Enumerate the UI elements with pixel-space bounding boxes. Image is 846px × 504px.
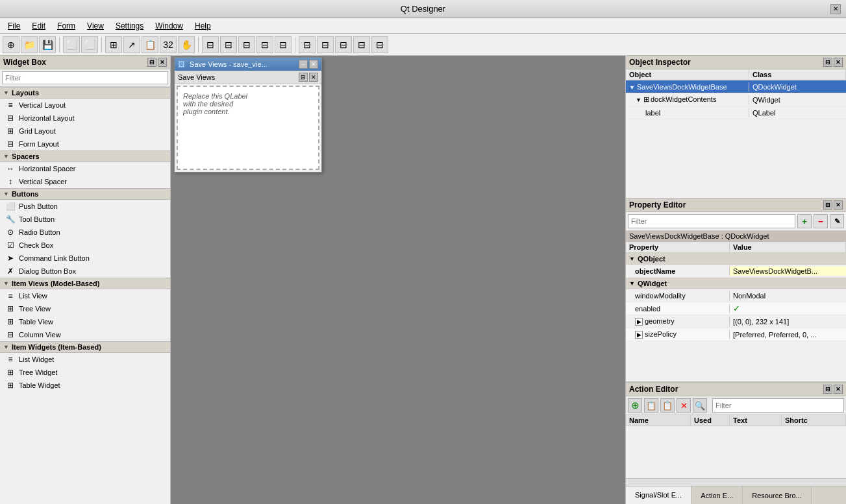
toolbar-btn-14[interactable]: ⊟ bbox=[220, 36, 237, 53]
toolbar-btn-1[interactable]: 📁 bbox=[21, 36, 38, 53]
wb-item-vertical-spacer[interactable]: ↕Vertical Spacer bbox=[0, 175, 170, 188]
wb-item-table-view[interactable]: ⊞Table View bbox=[0, 315, 170, 328]
action-editor-scrollbar[interactable] bbox=[626, 478, 846, 486]
window-title: Qt Designer bbox=[401, 4, 445, 14]
wb-item-horizontal-spacer[interactable]: ↔Horizontal Spacer bbox=[0, 162, 170, 175]
form-window-close[interactable]: ✕ bbox=[309, 60, 318, 69]
tab-resource-browser[interactable]: Resource Bro... bbox=[743, 486, 811, 504]
pe-val-windowmodality[interactable]: NonModal bbox=[730, 291, 846, 300]
toolbar-btn-17[interactable]: ⊟ bbox=[275, 36, 292, 53]
wb-item-tree-view[interactable]: ⊞Tree View bbox=[0, 302, 170, 315]
oi-float-btn[interactable]: ⊟ bbox=[823, 58, 832, 67]
wb-section-buttons[interactable]: Buttons bbox=[0, 188, 170, 200]
toolbar-btn-10[interactable]: 32 bbox=[160, 36, 177, 53]
toolbar-btn-15[interactable]: ⊟ bbox=[238, 36, 255, 53]
toolbar-btn-13[interactable]: ⊟ bbox=[202, 36, 219, 53]
wb-item-tool-button[interactable]: 🔧Tool Button bbox=[0, 213, 170, 226]
oi-row-2[interactable]: label QLabel bbox=[626, 106, 846, 119]
wb-item-list-widget[interactable]: ≡List Widget bbox=[0, 353, 170, 366]
wb-item-dialog-button-box[interactable]: ✗Dialog Button Box bbox=[0, 265, 170, 278]
form-window-titlebar[interactable]: 🖼 Save Views - save_vie... − ✕ bbox=[175, 58, 321, 71]
widget-box-close-btn[interactable]: ✕ bbox=[158, 58, 167, 67]
toolbar-btn-22[interactable]: ⊟ bbox=[353, 36, 370, 53]
pe-config-btn[interactable]: ✎ bbox=[830, 214, 844, 228]
wb-item-grid-layout[interactable]: ⊞Grid Layout bbox=[0, 125, 170, 138]
pe-row-objectname[interactable]: objectName SaveViewsDockWidgetB... bbox=[626, 265, 846, 278]
pe-remove-btn[interactable]: − bbox=[814, 214, 828, 228]
menu-item-file[interactable]: File bbox=[3, 20, 25, 32]
toolbar-btn-20[interactable]: ⊟ bbox=[317, 36, 334, 53]
menu-item-window[interactable]: Window bbox=[150, 20, 188, 32]
menu-item-help[interactable]: Help bbox=[190, 20, 216, 32]
pe-close-btn[interactable]: ✕ bbox=[834, 200, 843, 210]
menu-item-settings[interactable]: Settings bbox=[110, 20, 149, 32]
oi-close-btn[interactable]: ✕ bbox=[834, 58, 843, 67]
ae-copy-btn[interactable]: 📋 bbox=[644, 398, 658, 413]
widget-box-search-input[interactable] bbox=[2, 71, 168, 84]
toolbar-btn-0[interactable]: ⊕ bbox=[3, 36, 19, 53]
tab-signal-slot[interactable]: Signal/Slot E... bbox=[626, 486, 691, 504]
pe-group-qobject[interactable]: ▼QObject bbox=[626, 253, 846, 265]
ae-search-btn[interactable]: 🔍 bbox=[693, 398, 707, 413]
form-inner-bar: Save Views ⊟ ✕ bbox=[175, 71, 321, 84]
form-inner-close[interactable]: ✕ bbox=[309, 73, 318, 82]
wb-item-push-button[interactable]: ⬜Push Button bbox=[0, 200, 170, 213]
property-editor-search-input[interactable] bbox=[628, 214, 795, 228]
ae-paste-btn[interactable]: 📋 bbox=[660, 398, 675, 413]
wb-section-item-views-(model-based)[interactable]: Item Views (Model-Based) bbox=[0, 278, 170, 289]
wb-section-layouts[interactable]: Layouts bbox=[0, 87, 170, 99]
toolbar-btn-4[interactable]: ⬜ bbox=[63, 36, 80, 53]
pe-row-windowmodality[interactable]: windowModality NonModal bbox=[626, 289, 846, 302]
toolbar-btn-21[interactable]: ⊟ bbox=[335, 36, 352, 53]
ae-delete-btn[interactable]: ✕ bbox=[677, 398, 691, 413]
toolbar-btn-9[interactable]: 📋 bbox=[142, 36, 158, 53]
close-button[interactable]: ✕ bbox=[830, 4, 841, 14]
oi-row-0[interactable]: ▼SaveViewsDockWidgetBase QDockWidget bbox=[626, 80, 846, 93]
widget-box-filter-area bbox=[0, 69, 170, 87]
wb-section-spacers[interactable]: Spacers bbox=[0, 150, 170, 162]
wb-section-item-widgets-(item-based)[interactable]: Item Widgets (Item-Based) bbox=[0, 341, 170, 353]
widget-box-float-btn[interactable]: ⊟ bbox=[147, 58, 156, 67]
ae-close-btn[interactable]: ✕ bbox=[834, 385, 843, 394]
pe-row-enabled[interactable]: enabled ✓ bbox=[626, 302, 846, 315]
wb-item-vertical-layout[interactable]: ≡Vertical Layout bbox=[0, 99, 170, 112]
wb-item-tree-widget[interactable]: ⊞Tree Widget bbox=[0, 366, 170, 379]
wb-item-column-view[interactable]: ⊟Column View bbox=[0, 328, 170, 341]
form-inner-float[interactable]: ⊟ bbox=[299, 73, 308, 82]
wb-item-check-box[interactable]: ☑Check Box bbox=[0, 239, 170, 252]
pe-group-qwidget[interactable]: ▼QWidget bbox=[626, 278, 846, 289]
menu-item-edit[interactable]: Edit bbox=[27, 20, 51, 32]
wb-item-command-link-button[interactable]: ➤Command Link Button bbox=[0, 252, 170, 265]
wb-item-radio-button[interactable]: ⊙Radio Button bbox=[0, 226, 170, 239]
wb-label-tool-button: Tool Button bbox=[19, 215, 55, 223]
form-window-minimize[interactable]: − bbox=[299, 60, 308, 69]
menu-item-form[interactable]: Form bbox=[52, 20, 81, 32]
toolbar-btn-7[interactable]: ⊞ bbox=[105, 36, 122, 53]
toolbar-btn-2[interactable]: 💾 bbox=[39, 36, 56, 53]
toolbar-btn-11[interactable]: ✋ bbox=[178, 36, 195, 53]
wb-item-list-view[interactable]: ≡List View bbox=[0, 289, 170, 302]
wb-item-form-layout[interactable]: ⊟Form Layout bbox=[0, 138, 170, 150]
wb-item-table-widget[interactable]: ⊞Table Widget bbox=[0, 379, 170, 392]
toolbar-btn-5[interactable]: ⬜ bbox=[81, 36, 98, 53]
oi-row-1[interactable]: ▼⊞dockWidgetContents QWidget bbox=[626, 93, 846, 106]
pe-val-geometry[interactable]: [(0, 0), 232 x 141] bbox=[730, 317, 846, 326]
action-editor-filter-input[interactable] bbox=[712, 398, 844, 413]
pe-val-objectname[interactable]: SaveViewsDockWidgetB... bbox=[730, 267, 846, 276]
pe-float-btn[interactable]: ⊟ bbox=[823, 200, 832, 210]
pe-row-geometry[interactable]: ▶geometry [(0, 0), 232 x 141] bbox=[626, 315, 846, 328]
pe-row-sizepolicy[interactable]: ▶sizePolicy [Preferred, Preferred, 0, ..… bbox=[626, 328, 846, 341]
tab-action-editor[interactable]: Action E... bbox=[691, 486, 743, 504]
pe-add-btn[interactable]: + bbox=[797, 214, 812, 228]
ae-float-btn[interactable]: ⊟ bbox=[823, 385, 832, 394]
toolbar-btn-23[interactable]: ⊟ bbox=[371, 36, 388, 53]
menu-item-view[interactable]: View bbox=[82, 20, 109, 32]
ae-add-btn[interactable]: ⊕ bbox=[628, 398, 642, 413]
toolbar-btn-8[interactable]: ↗ bbox=[123, 36, 140, 53]
pe-val-enabled[interactable]: ✓ bbox=[730, 303, 846, 314]
wb-label-radio-button: Radio Button bbox=[19, 228, 60, 236]
toolbar-btn-16[interactable]: ⊟ bbox=[256, 36, 273, 53]
pe-val-sizepolicy[interactable]: [Preferred, Preferred, 0, ... bbox=[730, 330, 846, 339]
toolbar-btn-19[interactable]: ⊟ bbox=[299, 36, 316, 53]
wb-item-horizontal-layout[interactable]: ⊟Horizontal Layout bbox=[0, 112, 170, 125]
